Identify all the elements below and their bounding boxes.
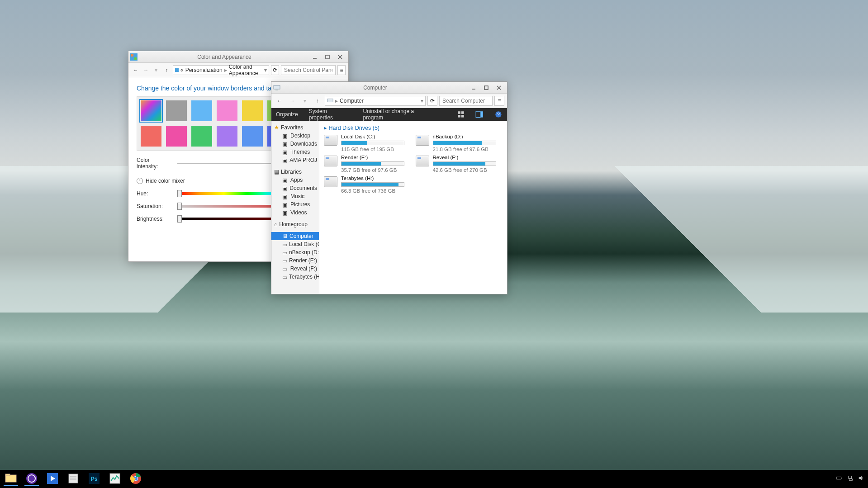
nav-drive-item[interactable]: ▭Reveal (F:) bbox=[274, 265, 317, 273]
svg-rect-18 bbox=[461, 115, 464, 118]
nav-drive-item[interactable]: ▭Local Disk (C:) bbox=[274, 240, 317, 248]
breadcrumb-prefix: « bbox=[180, 67, 184, 73]
back-button[interactable]: ← bbox=[131, 65, 140, 76]
drive-icon: ▭ bbox=[282, 258, 287, 263]
minimize-button[interactable] bbox=[467, 83, 480, 92]
battery-icon[interactable] bbox=[836, 475, 843, 483]
nav-item[interactable]: ▣Music bbox=[274, 192, 317, 200]
maximize-button[interactable] bbox=[321, 52, 334, 62]
search-input[interactable] bbox=[439, 96, 493, 106]
help-button[interactable]: ? bbox=[494, 110, 503, 118]
drives-section-header[interactable]: ▸ Hard Disk Drives (5) bbox=[324, 124, 503, 131]
options-button[interactable]: ≡ bbox=[494, 96, 504, 106]
organize-menu[interactable]: Organize bbox=[276, 111, 298, 118]
recent-button[interactable]: ▾ bbox=[152, 65, 161, 76]
svg-rect-9 bbox=[275, 90, 278, 90]
volume-icon[interactable] bbox=[858, 475, 864, 483]
nav-computer[interactable]: 🖥Computer bbox=[271, 232, 319, 240]
svg-rect-17 bbox=[458, 115, 460, 118]
color-swatch[interactable] bbox=[242, 100, 263, 121]
chevron-down-icon[interactable]: ▾ bbox=[421, 98, 423, 104]
refresh-button[interactable]: ⟳ bbox=[271, 65, 279, 75]
color-swatch[interactable] bbox=[217, 126, 237, 147]
nav-item[interactable]: ▣Themes bbox=[274, 148, 317, 156]
libraries-header[interactable]: ▤Libraries bbox=[274, 168, 317, 176]
color-swatch[interactable] bbox=[166, 100, 187, 121]
drive-icon bbox=[416, 135, 429, 146]
nav-item[interactable]: ▣Pictures bbox=[274, 200, 317, 208]
titlebar[interactable]: Computer bbox=[271, 82, 507, 94]
options-button[interactable]: ≡ bbox=[337, 65, 346, 75]
nav-drive-item[interactable]: ▭Terabytes (H:) bbox=[274, 273, 317, 281]
color-swatch[interactable] bbox=[141, 126, 161, 147]
drive-tile[interactable]: Render (E:)35.7 GB free of 97.6 GB bbox=[324, 155, 411, 173]
computer-icon bbox=[273, 84, 280, 91]
window-title: Color and Appearance bbox=[140, 54, 308, 60]
recent-button[interactable]: ▾ bbox=[299, 95, 310, 106]
view-button[interactable] bbox=[457, 110, 465, 118]
back-button[interactable]: ← bbox=[274, 95, 285, 106]
taskbar-app-task-manager[interactable] bbox=[108, 472, 122, 486]
color-swatch[interactable] bbox=[217, 100, 237, 121]
homegroup-header[interactable]: ⌂Homegroup bbox=[274, 220, 317, 228]
app-icon bbox=[130, 53, 138, 61]
taskbar-app-notepad[interactable] bbox=[66, 472, 81, 486]
nav-item[interactable]: ▣Apps bbox=[274, 176, 317, 184]
uninstall-program-button[interactable]: Uninstall or change a program bbox=[363, 108, 435, 121]
breadcrumb-box[interactable]: « Personalization ▸ Color and Appearance… bbox=[173, 65, 269, 75]
drive-name: Render (E:) bbox=[341, 155, 404, 160]
taskbar-app-photoshop[interactable]: Ps bbox=[87, 472, 101, 486]
taskbar-app-bittorrent[interactable] bbox=[24, 472, 39, 486]
mixer-toggle-label: Hide color mixer bbox=[146, 178, 185, 184]
forward-button[interactable]: → bbox=[142, 65, 150, 76]
color-swatch[interactable] bbox=[141, 100, 161, 121]
forward-button[interactable]: → bbox=[287, 95, 298, 106]
refresh-button[interactable]: ⟳ bbox=[427, 96, 437, 106]
drive-icon bbox=[324, 135, 337, 146]
nav-item[interactable]: ▣Downloads bbox=[274, 140, 317, 148]
taskbar-app-windows-media[interactable] bbox=[45, 472, 60, 486]
nav-item[interactable]: ▣Desktop bbox=[274, 132, 317, 140]
drive-tile[interactable]: Local Disk (C:)115 GB free of 195 GB bbox=[324, 134, 411, 152]
up-button[interactable]: ↑ bbox=[312, 95, 323, 106]
folder-icon: ▣ bbox=[282, 185, 288, 191]
drive-tile[interactable]: nBackup (D:)21.8 GB free of 97.6 GB bbox=[416, 134, 503, 152]
chevron-down-icon[interactable]: ▾ bbox=[264, 67, 267, 73]
breadcrumb-box[interactable]: ▸ Computer ▾ bbox=[325, 96, 426, 106]
network-icon[interactable] bbox=[847, 475, 854, 483]
svg-rect-43 bbox=[849, 479, 852, 481]
favorites-header[interactable]: ★Favorites bbox=[274, 123, 317, 132]
computer-icon: 🖥 bbox=[282, 233, 288, 239]
drive-tile[interactable]: Terabytes (H:)66.3 GB free of 736 GB bbox=[324, 175, 411, 194]
breadcrumb-item[interactable]: Color and Appearance bbox=[229, 64, 261, 76]
nav-item[interactable]: ▣AMA PROJ bbox=[274, 156, 317, 164]
taskbar-app-explorer[interactable] bbox=[4, 472, 18, 486]
preview-pane-button[interactable] bbox=[475, 110, 484, 118]
color-swatch[interactable] bbox=[191, 126, 212, 147]
svg-rect-42 bbox=[849, 476, 852, 479]
color-swatch[interactable] bbox=[242, 126, 263, 147]
color-swatch[interactable] bbox=[166, 126, 187, 147]
nav-item[interactable]: ▣Documents bbox=[274, 184, 317, 192]
computer-icon bbox=[327, 98, 333, 104]
titlebar[interactable]: Color and Appearance bbox=[128, 51, 348, 63]
close-button[interactable] bbox=[493, 83, 505, 92]
libraries-icon: ▤ bbox=[274, 169, 279, 175]
chevron-up-icon: ˄ bbox=[137, 178, 143, 184]
minimize-button[interactable] bbox=[308, 52, 321, 62]
up-button[interactable]: ↑ bbox=[162, 65, 171, 76]
maximize-button[interactable] bbox=[480, 83, 493, 92]
nav-item[interactable]: ▣Videos bbox=[274, 208, 317, 217]
nav-drive-item[interactable]: ▭Render (E:) bbox=[274, 256, 317, 265]
color-swatch[interactable] bbox=[191, 100, 212, 121]
svg-rect-7 bbox=[175, 68, 179, 71]
search-input[interactable] bbox=[281, 65, 336, 75]
close-button[interactable] bbox=[334, 52, 346, 62]
breadcrumb-item[interactable]: Personalization bbox=[185, 67, 223, 73]
breadcrumb-item[interactable]: Computer bbox=[340, 98, 364, 104]
nav-drive-item[interactable]: ▭nBackup (D:) bbox=[274, 248, 317, 256]
saturation-label: Saturation: bbox=[137, 203, 172, 209]
taskbar-app-chrome[interactable] bbox=[128, 472, 143, 486]
drive-tile[interactable]: Reveal (F:)42.6 GB free of 270 GB bbox=[416, 155, 503, 173]
system-properties-button[interactable]: System properties bbox=[309, 108, 352, 121]
